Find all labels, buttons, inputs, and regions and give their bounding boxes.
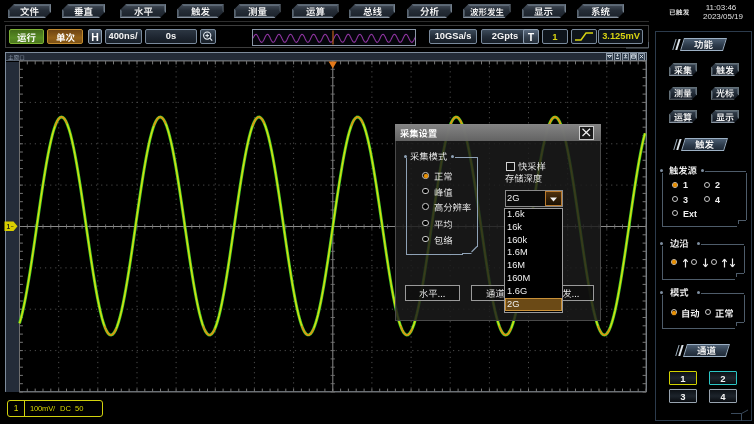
svg-text:1~: 1~ <box>7 223 14 230</box>
